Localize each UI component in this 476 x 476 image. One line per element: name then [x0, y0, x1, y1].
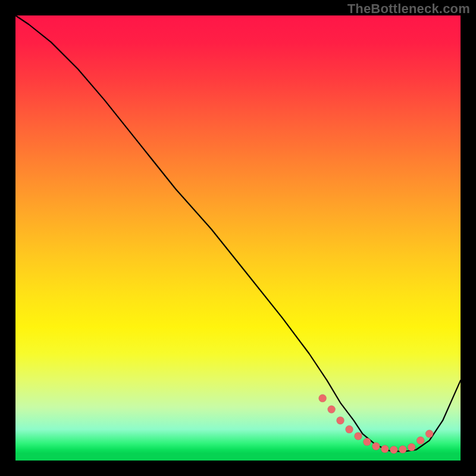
trough-dot: [346, 425, 353, 433]
trough-dot: [408, 443, 415, 451]
plot-area: [15, 15, 461, 461]
trough-dots: [319, 394, 434, 454]
watermark-text: TheBottleneck.com: [347, 1, 470, 17]
trough-dot: [416, 437, 424, 444]
trough-dot: [399, 446, 406, 453]
trough-dot: [337, 416, 345, 424]
trough-dot: [328, 406, 336, 414]
trough-dot: [381, 445, 389, 453]
chart-stage: TheBottleneck.com: [0, 0, 476, 476]
trough-dot: [372, 443, 380, 450]
curve-layer: [15, 15, 461, 461]
bottleneck-curve: [15, 15, 461, 452]
trough-dot: [319, 394, 327, 402]
trough-dot: [425, 430, 433, 438]
trough-dot: [390, 446, 397, 454]
trough-dot: [363, 438, 371, 446]
trough-dot: [355, 432, 362, 440]
